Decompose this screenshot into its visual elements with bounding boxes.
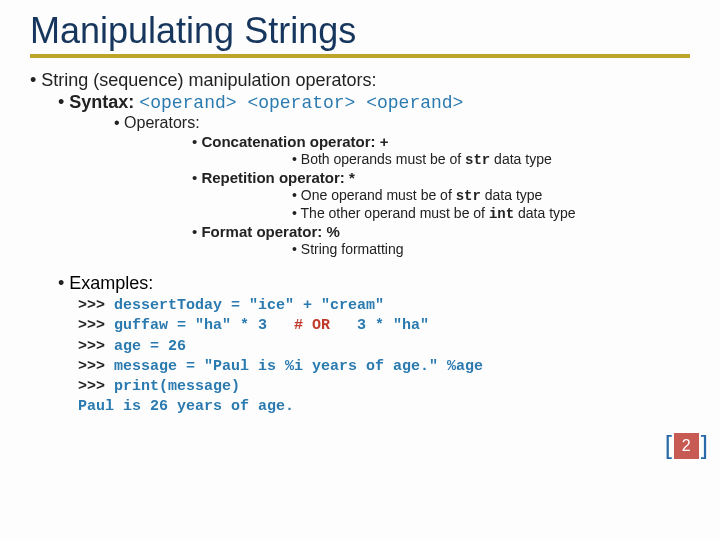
code-line-2: >>> guffaw = "ha" * 3 # OR 3 * "ha" [78,316,690,336]
fmt-line: Format operator: % String formatting [192,223,690,257]
examples-bullet: Examples: [58,273,690,294]
prompt-4: >>> [78,358,114,375]
rep-note2-type: int [489,206,514,222]
stmt-3: age = 26 [114,338,186,355]
syntax-label: Syntax: [69,92,134,112]
bullet-level-1: String (sequence) manipulation operators… [30,70,690,257]
bullet-level-5c: String formatting [292,241,690,257]
concat-line: Concatenation operator: + Both operands … [192,133,690,168]
bullet-level-5a: Both operands must be of str data type [292,151,690,168]
stmt-1: dessertToday = "ice" + "cream" [114,297,384,314]
rep-line: Repetition operator: * One operand must … [192,169,690,222]
syntax-line: Syntax: <operand> <operator> <operand> O… [58,92,690,257]
stmt-2: guffaw = "ha" * 3 [114,317,267,334]
concat-type: str [465,152,490,168]
concat-note-a: Both operands must be of [301,151,465,167]
bullet-level-3: Operators: Concatenation operator: + Bot… [114,114,690,257]
stmt-4: message = "Paul is %i years of age." %ag… [114,358,483,375]
page-number: 2 [674,433,699,459]
rep-note2-a: The other operand must be of [301,205,489,221]
bracket-right-icon: ] [699,430,710,461]
operators-label: Operators: [124,114,200,131]
examples-label: Examples: [69,273,153,293]
rep-note1-b: data type [481,187,543,203]
spacer [30,258,690,272]
concat-note-b: data type [490,151,552,167]
rep-note-1: One operand must be of str data type [292,187,690,204]
bullet-level-5b: One operand must be of str data type The… [292,187,690,222]
title-underline [30,54,690,58]
output-text: Paul is 26 years of age. [78,398,294,415]
examples-line: Examples: [58,273,690,294]
comment-2: # OR [294,317,330,334]
operators-line: Operators: Concatenation operator: + Bot… [114,114,690,257]
prompt-2: >>> [78,317,114,334]
page-number-badge: [ 2 ] [663,430,710,461]
rep-note1-type: str [456,188,481,204]
stmt-5: print(message) [114,378,240,395]
concat-label: Concatenation operator: + [201,133,388,150]
rep-note-2: The other operand must be of int data ty… [292,205,690,222]
intro-line: String (sequence) manipulation operators… [30,70,690,257]
stmt-2-tail: 3 * "ha" [357,317,429,334]
bullet-level-4: Concatenation operator: + Both operands … [192,133,690,257]
prompt-1: >>> [78,297,114,314]
code-output: Paul is 26 years of age. [78,397,690,417]
bullet-level-2: Syntax: <operand> <operator> <operand> O… [58,92,690,257]
code-line-3: >>> age = 26 [78,337,690,357]
code-line-1: >>> dessertToday = "ice" + "cream" [78,296,690,316]
slide-title: Manipulating Strings [30,10,690,52]
fmt-label: Format operator: % [201,223,339,240]
syntax-code: <operand> <operator> <operand> [139,93,463,113]
prompt-3: >>> [78,338,114,355]
rep-note1-a: One operand must be of [301,187,456,203]
fmt-note: String formatting [292,241,690,257]
code-block: >>> dessertToday = "ice" + "cream" >>> g… [78,296,690,418]
prompt-5: >>> [78,378,114,395]
rep-label: Repetition operator: * [201,169,354,186]
rep-note2-b: data type [514,205,576,221]
intro-text: String (sequence) manipulation operators… [41,70,376,90]
fmt-note-text: String formatting [301,241,404,257]
bracket-left-icon: [ [663,430,674,461]
code-line-4: >>> message = "Paul is %i years of age."… [78,357,690,377]
concat-note: Both operands must be of str data type [292,151,690,168]
code-line-5: >>> print(message) [78,377,690,397]
slide-body: Manipulating Strings String (sequence) m… [0,0,720,438]
